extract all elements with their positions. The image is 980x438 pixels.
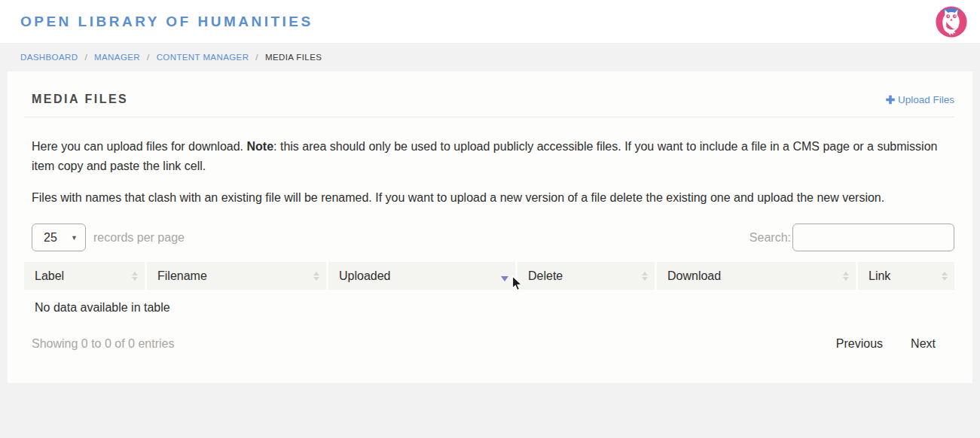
breadcrumb-separator: /	[255, 53, 258, 62]
column-header-download[interactable]: Download	[657, 262, 856, 290]
column-header-link[interactable]: Link	[858, 262, 954, 290]
site-title: OPEN LIBRARY OF HUMANITIES	[20, 14, 313, 30]
breadcrumb-separator: /	[84, 53, 87, 62]
column-header-uploaded[interactable]: Uploaded	[328, 262, 515, 290]
owl-logo-icon[interactable]	[934, 5, 969, 39]
page-title: MEDIA FILES	[32, 93, 128, 106]
upload-files-label: Upload Files	[898, 94, 954, 105]
top-bar: OPEN LIBRARY OF HUMANITIES	[0, 0, 980, 43]
sort-icon	[313, 272, 319, 281]
table-empty-message: No data available in table	[24, 290, 954, 315]
column-header-filename[interactable]: Filename	[147, 262, 326, 290]
intro-paragraph-2: Files with names that clash with an exis…	[32, 188, 954, 208]
sort-desc-icon	[501, 276, 508, 281]
plus-icon: ✚	[885, 94, 895, 105]
intro-paragraph-1: Here you can upload files for download. …	[32, 137, 954, 176]
table-footer: Showing 0 to 0 of 0 entries Previous Nex…	[24, 337, 954, 351]
sort-icon	[942, 272, 948, 281]
breadcrumb-media-files: MEDIA FILES	[265, 53, 322, 62]
entries-info: Showing 0 to 0 of 0 entries	[32, 337, 174, 351]
breadcrumb-content-manager[interactable]: CONTENT MANAGER	[157, 53, 249, 62]
breadcrumb-separator: /	[147, 53, 150, 62]
media-files-card: MEDIA FILES ✚ Upload Files Here you can …	[8, 71, 972, 383]
page-length-suffix: records per page	[93, 231, 185, 245]
next-button[interactable]: Next	[911, 337, 936, 351]
search-label: Search:	[750, 231, 791, 245]
card-header: MEDIA FILES ✚ Upload Files	[24, 71, 954, 117]
sort-icon	[132, 272, 138, 281]
intro-text: Here you can upload files for download. …	[24, 117, 954, 208]
breadcrumb: DASHBOARD / MANAGER / CONTENT MANAGER / …	[0, 43, 980, 71]
search-control: Search:	[750, 224, 954, 251]
breadcrumb-dashboard[interactable]: DASHBOARD	[20, 53, 78, 62]
page-length-select[interactable]: 25	[32, 224, 86, 251]
search-input[interactable]	[792, 224, 954, 251]
note-label: Note	[247, 140, 274, 153]
sort-icon	[642, 272, 648, 281]
column-header-delete[interactable]: Delete	[517, 262, 655, 290]
column-header-label[interactable]: Label	[24, 262, 145, 290]
sort-icon	[843, 272, 849, 281]
page-length-control: 25 ▼ records per page	[32, 224, 185, 251]
upload-files-button[interactable]: ✚ Upload Files	[885, 94, 954, 105]
breadcrumb-manager[interactable]: MANAGER	[94, 53, 140, 62]
table-controls: 25 ▼ records per page Search:	[24, 224, 954, 251]
media-files-table: Label Filename Uploaded Delete Download …	[24, 262, 954, 315]
table-header-row: Label Filename Uploaded Delete Download …	[24, 262, 954, 290]
pagination: Previous Next	[836, 337, 954, 351]
previous-button[interactable]: Previous	[836, 337, 883, 351]
